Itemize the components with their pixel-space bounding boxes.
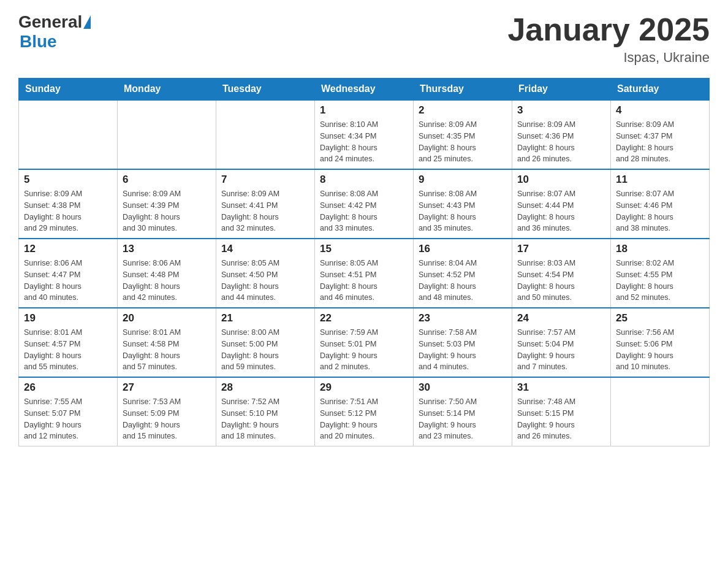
calendar-cell	[611, 377, 710, 446]
day-number: 2	[419, 104, 507, 117]
day-number: 24	[517, 312, 605, 324]
day-number: 16	[419, 243, 507, 255]
day-number: 20	[123, 312, 211, 324]
logo-general-text: General	[18, 12, 82, 32]
day-number: 15	[320, 243, 408, 255]
day-info: Sunrise: 7:58 AM Sunset: 5:03 PM Dayligh…	[419, 327, 507, 373]
calendar-cell: 31Sunrise: 7:48 AM Sunset: 5:15 PM Dayli…	[512, 377, 611, 446]
calendar-header-friday: Friday	[512, 79, 611, 101]
day-number: 19	[24, 312, 112, 324]
calendar-cell: 30Sunrise: 7:50 AM Sunset: 5:14 PM Dayli…	[414, 377, 512, 446]
day-info: Sunrise: 7:56 AM Sunset: 5:06 PM Dayligh…	[616, 327, 704, 373]
day-number: 14	[221, 243, 309, 255]
calendar-cell: 22Sunrise: 7:59 AM Sunset: 5:01 PM Dayli…	[315, 308, 414, 377]
calendar-cell: 29Sunrise: 7:51 AM Sunset: 5:12 PM Dayli…	[315, 377, 414, 446]
calendar-header-sunday: Sunday	[19, 79, 118, 101]
day-info: Sunrise: 7:48 AM Sunset: 5:15 PM Dayligh…	[517, 396, 605, 442]
day-number: 22	[320, 312, 408, 324]
month-title: January 2025	[507, 12, 710, 47]
calendar-cell: 25Sunrise: 7:56 AM Sunset: 5:06 PM Dayli…	[611, 308, 710, 377]
calendar-cell: 20Sunrise: 8:01 AM Sunset: 4:58 PM Dayli…	[118, 308, 216, 377]
logo: General Blue	[18, 12, 92, 52]
calendar-cell: 12Sunrise: 8:06 AM Sunset: 4:47 PM Dayli…	[19, 239, 118, 308]
calendar-cell: 24Sunrise: 7:57 AM Sunset: 5:04 PM Dayli…	[512, 308, 611, 377]
calendar-week-row: 12Sunrise: 8:06 AM Sunset: 4:47 PM Dayli…	[19, 239, 710, 308]
day-number: 30	[419, 381, 507, 394]
day-info: Sunrise: 8:09 AM Sunset: 4:37 PM Dayligh…	[616, 119, 704, 165]
day-info: Sunrise: 8:05 AM Sunset: 4:50 PM Dayligh…	[221, 258, 309, 304]
day-info: Sunrise: 7:52 AM Sunset: 5:10 PM Dayligh…	[221, 396, 309, 442]
calendar-cell: 14Sunrise: 8:05 AM Sunset: 4:50 PM Dayli…	[216, 239, 315, 308]
day-number: 23	[419, 312, 507, 324]
day-number: 21	[221, 312, 309, 324]
day-info: Sunrise: 8:09 AM Sunset: 4:38 PM Dayligh…	[24, 188, 112, 234]
day-info: Sunrise: 7:55 AM Sunset: 5:07 PM Dayligh…	[24, 396, 112, 442]
calendar-cell: 7Sunrise: 8:09 AM Sunset: 4:41 PM Daylig…	[216, 169, 315, 239]
day-info: Sunrise: 8:07 AM Sunset: 4:44 PM Dayligh…	[517, 188, 605, 234]
calendar-cell: 27Sunrise: 7:53 AM Sunset: 5:09 PM Dayli…	[118, 377, 216, 446]
day-info: Sunrise: 7:57 AM Sunset: 5:04 PM Dayligh…	[517, 327, 605, 373]
day-number: 11	[616, 174, 704, 186]
day-number: 7	[221, 174, 309, 186]
day-info: Sunrise: 8:06 AM Sunset: 4:48 PM Dayligh…	[123, 258, 211, 304]
calendar-cell: 5Sunrise: 8:09 AM Sunset: 4:38 PM Daylig…	[19, 169, 118, 239]
day-info: Sunrise: 7:53 AM Sunset: 5:09 PM Dayligh…	[123, 396, 211, 442]
logo-blue-text: Blue	[20, 32, 57, 51]
day-number: 25	[616, 312, 704, 324]
day-info: Sunrise: 8:09 AM Sunset: 4:41 PM Dayligh…	[221, 188, 309, 234]
calendar-cell: 17Sunrise: 8:03 AM Sunset: 4:54 PM Dayli…	[512, 239, 611, 308]
calendar-cell: 9Sunrise: 8:08 AM Sunset: 4:43 PM Daylig…	[414, 169, 512, 239]
location: Ispas, Ukraine	[507, 50, 710, 66]
day-info: Sunrise: 8:00 AM Sunset: 5:00 PM Dayligh…	[221, 327, 309, 373]
day-info: Sunrise: 7:51 AM Sunset: 5:12 PM Dayligh…	[320, 396, 408, 442]
calendar-cell: 15Sunrise: 8:05 AM Sunset: 4:51 PM Dayli…	[315, 239, 414, 308]
day-info: Sunrise: 8:08 AM Sunset: 4:43 PM Dayligh…	[419, 188, 507, 234]
day-number: 18	[616, 243, 704, 255]
calendar-table: SundayMondayTuesdayWednesdayThursdayFrid…	[18, 78, 710, 446]
calendar-header-row: SundayMondayTuesdayWednesdayThursdayFrid…	[19, 79, 710, 101]
calendar-cell: 23Sunrise: 7:58 AM Sunset: 5:03 PM Dayli…	[414, 308, 512, 377]
day-number: 26	[24, 381, 112, 394]
calendar-cell: 21Sunrise: 8:00 AM Sunset: 5:00 PM Dayli…	[216, 308, 315, 377]
day-number: 8	[320, 174, 408, 186]
calendar-cell: 8Sunrise: 8:08 AM Sunset: 4:42 PM Daylig…	[315, 169, 414, 239]
calendar-cell: 10Sunrise: 8:07 AM Sunset: 4:44 PM Dayli…	[512, 169, 611, 239]
day-info: Sunrise: 8:03 AM Sunset: 4:54 PM Dayligh…	[517, 258, 605, 304]
day-info: Sunrise: 8:10 AM Sunset: 4:34 PM Dayligh…	[320, 119, 408, 165]
calendar-cell: 28Sunrise: 7:52 AM Sunset: 5:10 PM Dayli…	[216, 377, 315, 446]
day-info: Sunrise: 8:02 AM Sunset: 4:55 PM Dayligh…	[616, 258, 704, 304]
day-info: Sunrise: 8:01 AM Sunset: 4:57 PM Dayligh…	[24, 327, 112, 373]
calendar-header-tuesday: Tuesday	[216, 79, 315, 101]
day-number: 6	[123, 174, 211, 186]
day-number: 28	[221, 381, 309, 394]
calendar-week-row: 19Sunrise: 8:01 AM Sunset: 4:57 PM Dayli…	[19, 308, 710, 377]
calendar-header-saturday: Saturday	[611, 79, 710, 101]
day-info: Sunrise: 8:07 AM Sunset: 4:46 PM Dayligh…	[616, 188, 704, 234]
day-info: Sunrise: 8:09 AM Sunset: 4:35 PM Dayligh…	[419, 119, 507, 165]
calendar-week-row: 5Sunrise: 8:09 AM Sunset: 4:38 PM Daylig…	[19, 169, 710, 239]
calendar-cell: 1Sunrise: 8:10 AM Sunset: 4:34 PM Daylig…	[315, 100, 414, 169]
day-number: 13	[123, 243, 211, 255]
title-area: January 2025 Ispas, Ukraine	[507, 12, 710, 66]
calendar-cell	[19, 100, 118, 169]
calendar-cell	[216, 100, 315, 169]
calendar-cell: 2Sunrise: 8:09 AM Sunset: 4:35 PM Daylig…	[414, 100, 512, 169]
calendar-week-row: 26Sunrise: 7:55 AM Sunset: 5:07 PM Dayli…	[19, 377, 710, 446]
day-info: Sunrise: 8:05 AM Sunset: 4:51 PM Dayligh…	[320, 258, 408, 304]
calendar-cell: 11Sunrise: 8:07 AM Sunset: 4:46 PM Dayli…	[611, 169, 710, 239]
page-header: General Blue January 2025 Ispas, Ukraine	[18, 12, 710, 66]
day-number: 27	[123, 381, 211, 394]
day-info: Sunrise: 8:04 AM Sunset: 4:52 PM Dayligh…	[419, 258, 507, 304]
logo-triangle-icon	[83, 15, 91, 29]
day-info: Sunrise: 7:50 AM Sunset: 5:14 PM Dayligh…	[419, 396, 507, 442]
calendar-cell: 13Sunrise: 8:06 AM Sunset: 4:48 PM Dayli…	[118, 239, 216, 308]
day-number: 12	[24, 243, 112, 255]
day-number: 10	[517, 174, 605, 186]
calendar-cell	[118, 100, 216, 169]
calendar-cell: 26Sunrise: 7:55 AM Sunset: 5:07 PM Dayli…	[19, 377, 118, 446]
day-info: Sunrise: 8:01 AM Sunset: 4:58 PM Dayligh…	[123, 327, 211, 373]
calendar-header-thursday: Thursday	[414, 79, 512, 101]
calendar-cell: 16Sunrise: 8:04 AM Sunset: 4:52 PM Dayli…	[414, 239, 512, 308]
day-number: 1	[320, 104, 408, 117]
day-info: Sunrise: 8:08 AM Sunset: 4:42 PM Dayligh…	[320, 188, 408, 234]
